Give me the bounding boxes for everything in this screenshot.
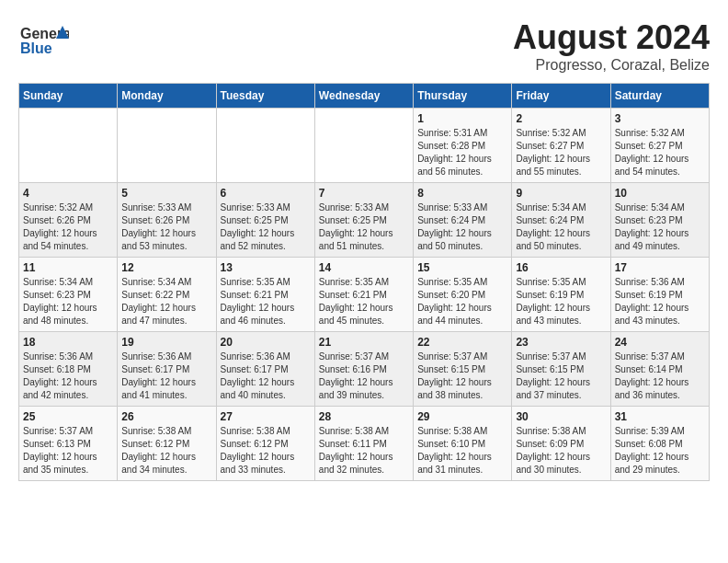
calendar-subtitle: Progresso, Corazal, Belize: [513, 57, 710, 74]
header-friday: Friday: [512, 84, 610, 109]
calendar-cell-w4-d5: 22Sunrise: 5:37 AM Sunset: 6:15 PM Dayli…: [414, 332, 512, 407]
calendar-cell-w3-d5: 15Sunrise: 5:35 AM Sunset: 6:20 PM Dayli…: [414, 258, 512, 332]
day-number: 29: [417, 410, 507, 423]
day-content: Sunrise: 5:33 AM Sunset: 6:24 PM Dayligh…: [417, 201, 507, 253]
day-number: 11: [23, 261, 113, 274]
day-number: 23: [516, 336, 606, 349]
calendar-cell-w4-d2: 19Sunrise: 5:36 AM Sunset: 6:17 PM Dayli…: [118, 332, 216, 407]
day-content: Sunrise: 5:32 AM Sunset: 6:27 PM Dayligh…: [615, 127, 705, 178]
day-number: 27: [221, 410, 311, 423]
calendar-cell-w2-d4: 7Sunrise: 5:33 AM Sunset: 6:25 PM Daylig…: [314, 183, 413, 258]
day-number: 6: [221, 187, 311, 200]
calendar-cell-w3-d7: 17Sunrise: 5:36 AM Sunset: 6:19 PM Dayli…: [610, 258, 709, 332]
calendar-cell-w5-d7: 31Sunrise: 5:39 AM Sunset: 6:08 PM Dayli…: [610, 407, 709, 481]
day-content: Sunrise: 5:36 AM Sunset: 6:19 PM Dayligh…: [615, 276, 705, 327]
day-content: Sunrise: 5:31 AM Sunset: 6:28 PM Dayligh…: [417, 127, 507, 178]
week-row-4: 18Sunrise: 5:36 AM Sunset: 6:18 PM Dayli…: [19, 332, 710, 407]
calendar-cell-w4-d4: 21Sunrise: 5:37 AM Sunset: 6:16 PM Dayli…: [314, 332, 413, 407]
calendar-title: August 2024: [513, 18, 710, 57]
logo: General Blue: [18, 18, 69, 60]
calendar-cell-w1-d7: 3Sunrise: 5:32 AM Sunset: 6:27 PM Daylig…: [610, 109, 709, 183]
day-content: Sunrise: 5:37 AM Sunset: 6:15 PM Dayligh…: [516, 350, 606, 402]
svg-text:Blue: Blue: [20, 40, 52, 56]
day-content: Sunrise: 5:38 AM Sunset: 6:12 PM Dayligh…: [121, 425, 211, 477]
calendar-cell-w3-d1: 11Sunrise: 5:34 AM Sunset: 6:23 PM Dayli…: [19, 258, 118, 332]
day-number: 19: [121, 336, 211, 349]
day-content: Sunrise: 5:39 AM Sunset: 6:08 PM Dayligh…: [615, 425, 705, 477]
day-number: 12: [121, 261, 211, 274]
weekday-header-row: Sunday Monday Tuesday Wednesday Thursday…: [19, 84, 710, 109]
day-number: 8: [417, 187, 507, 200]
day-number: 28: [319, 410, 409, 423]
calendar-cell-w1-d1: [19, 109, 118, 183]
week-row-2: 4Sunrise: 5:32 AM Sunset: 6:26 PM Daylig…: [19, 183, 710, 258]
calendar-cell-w2-d1: 4Sunrise: 5:32 AM Sunset: 6:26 PM Daylig…: [19, 183, 118, 258]
day-number: 15: [417, 261, 507, 274]
day-number: 22: [417, 336, 507, 349]
day-content: Sunrise: 5:33 AM Sunset: 6:26 PM Dayligh…: [121, 201, 211, 253]
header-thursday: Thursday: [414, 84, 512, 109]
day-content: Sunrise: 5:33 AM Sunset: 6:25 PM Dayligh…: [319, 201, 409, 253]
day-content: Sunrise: 5:35 AM Sunset: 6:20 PM Dayligh…: [417, 276, 507, 327]
day-number: 30: [516, 410, 606, 423]
calendar-cell-w2-d6: 9Sunrise: 5:34 AM Sunset: 6:24 PM Daylig…: [512, 183, 610, 258]
day-content: Sunrise: 5:37 AM Sunset: 6:13 PM Dayligh…: [23, 425, 113, 477]
page-header: General Blue August 2024 Progresso, Cora…: [18, 18, 710, 74]
day-number: 14: [319, 261, 409, 274]
day-number: 5: [121, 187, 211, 200]
calendar-cell-w2-d3: 6Sunrise: 5:33 AM Sunset: 6:25 PM Daylig…: [216, 183, 314, 258]
calendar-cell-w3-d2: 12Sunrise: 5:34 AM Sunset: 6:22 PM Dayli…: [118, 258, 216, 332]
day-content: Sunrise: 5:35 AM Sunset: 6:19 PM Dayligh…: [516, 276, 606, 327]
day-number: 7: [319, 187, 409, 200]
calendar-cell-w3-d3: 13Sunrise: 5:35 AM Sunset: 6:21 PM Dayli…: [216, 258, 314, 332]
calendar-cell-w3-d4: 14Sunrise: 5:35 AM Sunset: 6:21 PM Dayli…: [314, 258, 413, 332]
day-number: 13: [221, 261, 311, 274]
logo-icon: General Blue: [18, 18, 69, 60]
header-tuesday: Tuesday: [216, 84, 314, 109]
calendar-cell-w5-d2: 26Sunrise: 5:38 AM Sunset: 6:12 PM Dayli…: [118, 407, 216, 481]
day-number: 10: [615, 187, 705, 200]
calendar-cell-w1-d3: [216, 109, 314, 183]
day-content: Sunrise: 5:36 AM Sunset: 6:17 PM Dayligh…: [121, 350, 211, 402]
day-number: 21: [319, 336, 409, 349]
day-number: 24: [615, 336, 705, 349]
calendar-cell-w4-d3: 20Sunrise: 5:36 AM Sunset: 6:17 PM Dayli…: [216, 332, 314, 407]
day-content: Sunrise: 5:37 AM Sunset: 6:15 PM Dayligh…: [417, 350, 507, 402]
calendar-cell-w2-d7: 10Sunrise: 5:34 AM Sunset: 6:23 PM Dayli…: [610, 183, 709, 258]
header-saturday: Saturday: [610, 84, 709, 109]
header-sunday: Sunday: [19, 84, 118, 109]
day-content: Sunrise: 5:38 AM Sunset: 6:09 PM Dayligh…: [516, 425, 606, 477]
day-content: Sunrise: 5:34 AM Sunset: 6:23 PM Dayligh…: [23, 276, 113, 327]
day-number: 2: [516, 112, 606, 125]
calendar-cell-w5-d4: 28Sunrise: 5:38 AM Sunset: 6:11 PM Dayli…: [314, 407, 413, 481]
day-content: Sunrise: 5:32 AM Sunset: 6:26 PM Dayligh…: [23, 201, 113, 253]
week-row-1: 1Sunrise: 5:31 AM Sunset: 6:28 PM Daylig…: [19, 109, 710, 183]
day-number: 9: [516, 187, 606, 200]
day-content: Sunrise: 5:37 AM Sunset: 6:16 PM Dayligh…: [319, 350, 409, 402]
week-row-3: 11Sunrise: 5:34 AM Sunset: 6:23 PM Dayli…: [19, 258, 710, 332]
calendar-table: Sunday Monday Tuesday Wednesday Thursday…: [18, 83, 710, 481]
day-content: Sunrise: 5:38 AM Sunset: 6:10 PM Dayligh…: [417, 425, 507, 477]
calendar-cell-w1-d2: [118, 109, 216, 183]
header-wednesday: Wednesday: [314, 84, 413, 109]
day-number: 31: [615, 410, 705, 423]
calendar-cell-w4-d6: 23Sunrise: 5:37 AM Sunset: 6:15 PM Dayli…: [512, 332, 610, 407]
day-number: 18: [23, 336, 113, 349]
day-number: 20: [221, 336, 311, 349]
day-content: Sunrise: 5:37 AM Sunset: 6:14 PM Dayligh…: [615, 350, 705, 402]
day-number: 16: [516, 261, 606, 274]
day-content: Sunrise: 5:36 AM Sunset: 6:17 PM Dayligh…: [221, 350, 311, 402]
calendar-cell-w1-d4: [314, 109, 413, 183]
calendar-cell-w5-d5: 29Sunrise: 5:38 AM Sunset: 6:10 PM Dayli…: [414, 407, 512, 481]
calendar-cell-w2-d2: 5Sunrise: 5:33 AM Sunset: 6:26 PM Daylig…: [118, 183, 216, 258]
day-number: 1: [417, 112, 507, 125]
day-content: Sunrise: 5:38 AM Sunset: 6:12 PM Dayligh…: [221, 425, 311, 477]
calendar-cell-w5-d1: 25Sunrise: 5:37 AM Sunset: 6:13 PM Dayli…: [19, 407, 118, 481]
day-number: 3: [615, 112, 705, 125]
calendar-cell-w2-d5: 8Sunrise: 5:33 AM Sunset: 6:24 PM Daylig…: [414, 183, 512, 258]
day-content: Sunrise: 5:33 AM Sunset: 6:25 PM Dayligh…: [221, 201, 311, 253]
title-block: August 2024 Progresso, Corazal, Belize: [513, 18, 710, 74]
calendar-cell-w5-d3: 27Sunrise: 5:38 AM Sunset: 6:12 PM Dayli…: [216, 407, 314, 481]
day-number: 17: [615, 261, 705, 274]
day-content: Sunrise: 5:36 AM Sunset: 6:18 PM Dayligh…: [23, 350, 113, 402]
